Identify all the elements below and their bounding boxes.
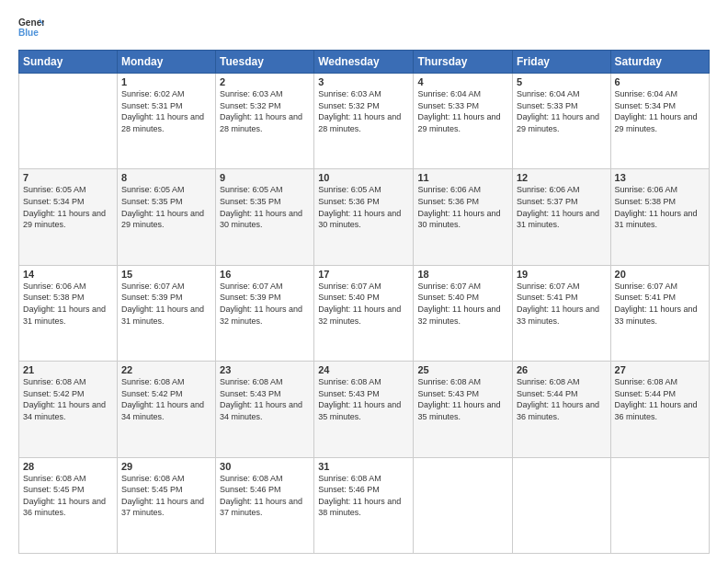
day-info: Sunrise: 6:07 AMSunset: 5:40 PMDaylight:… xyxy=(318,282,401,326)
day-number: 28 xyxy=(23,461,113,472)
weekday-header-sunday: Sunday xyxy=(19,51,118,74)
week-row-4: 21Sunrise: 6:08 AMSunset: 5:42 PMDayligh… xyxy=(19,362,710,457)
day-number: 25 xyxy=(417,364,508,375)
day-number: 26 xyxy=(517,364,607,375)
day-info: Sunrise: 6:07 AMSunset: 5:41 PMDaylight:… xyxy=(615,282,698,326)
day-cell: 20Sunrise: 6:07 AMSunset: 5:41 PMDayligh… xyxy=(610,265,709,361)
calendar-table: SundayMondayTuesdayWednesdayThursdayFrid… xyxy=(18,50,710,554)
week-row-2: 7Sunrise: 6:05 AMSunset: 5:34 PMDaylight… xyxy=(19,169,710,265)
day-info: Sunrise: 6:05 AMSunset: 5:34 PMDaylight:… xyxy=(23,185,106,229)
day-number: 31 xyxy=(318,461,409,472)
weekday-header-monday: Monday xyxy=(117,51,215,74)
day-cell: 23Sunrise: 6:08 AMSunset: 5:43 PMDayligh… xyxy=(216,362,314,457)
day-cell: 29Sunrise: 6:08 AMSunset: 5:45 PMDayligh… xyxy=(117,457,215,553)
day-cell: 19Sunrise: 6:07 AMSunset: 5:41 PMDayligh… xyxy=(512,265,610,361)
day-cell: 13Sunrise: 6:06 AMSunset: 5:38 PMDayligh… xyxy=(610,169,709,265)
day-info: Sunrise: 6:05 AMSunset: 5:36 PMDaylight:… xyxy=(318,185,401,229)
day-info: Sunrise: 6:04 AMSunset: 5:34 PMDaylight:… xyxy=(615,89,698,133)
day-number: 12 xyxy=(517,172,607,183)
day-cell: 27Sunrise: 6:08 AMSunset: 5:44 PMDayligh… xyxy=(610,362,709,457)
day-number: 24 xyxy=(318,364,409,375)
day-number: 9 xyxy=(220,172,310,183)
day-cell: 14Sunrise: 6:06 AMSunset: 5:38 PMDayligh… xyxy=(19,265,118,361)
day-info: Sunrise: 6:08 AMSunset: 5:45 PMDaylight:… xyxy=(121,474,204,518)
page: General Blue SundayMondayTuesdayWednesda… xyxy=(0,0,728,563)
day-cell: 5Sunrise: 6:04 AMSunset: 5:33 PMDaylight… xyxy=(512,74,610,169)
day-info: Sunrise: 6:04 AMSunset: 5:33 PMDaylight:… xyxy=(517,89,599,133)
day-cell: 10Sunrise: 6:05 AMSunset: 5:36 PMDayligh… xyxy=(314,169,414,265)
day-cell xyxy=(19,74,118,169)
day-cell xyxy=(610,457,709,553)
day-number: 18 xyxy=(417,269,508,280)
day-number: 29 xyxy=(121,461,211,472)
day-cell: 6Sunrise: 6:04 AMSunset: 5:34 PMDaylight… xyxy=(610,74,709,169)
day-info: Sunrise: 6:05 AMSunset: 5:35 PMDaylight:… xyxy=(220,185,302,229)
day-info: Sunrise: 6:08 AMSunset: 5:43 PMDaylight:… xyxy=(220,377,302,421)
day-number: 30 xyxy=(220,461,310,472)
day-number: 8 xyxy=(121,172,211,183)
day-number: 3 xyxy=(318,76,409,87)
day-info: Sunrise: 6:08 AMSunset: 5:46 PMDaylight:… xyxy=(220,474,302,518)
day-info: Sunrise: 6:08 AMSunset: 5:44 PMDaylight:… xyxy=(517,377,599,421)
day-number: 6 xyxy=(615,76,705,87)
day-number: 21 xyxy=(23,364,113,375)
day-cell: 11Sunrise: 6:06 AMSunset: 5:36 PMDayligh… xyxy=(414,169,513,265)
week-row-1: 1Sunrise: 6:02 AMSunset: 5:31 PMDaylight… xyxy=(19,74,710,169)
day-info: Sunrise: 6:07 AMSunset: 5:41 PMDaylight:… xyxy=(517,282,599,326)
day-info: Sunrise: 6:07 AMSunset: 5:40 PMDaylight:… xyxy=(417,282,500,326)
day-cell xyxy=(414,457,513,553)
day-info: Sunrise: 6:02 AMSunset: 5:31 PMDaylight:… xyxy=(121,89,204,133)
day-info: Sunrise: 6:06 AMSunset: 5:37 PMDaylight:… xyxy=(517,185,599,229)
day-cell xyxy=(512,457,610,553)
day-cell: 21Sunrise: 6:08 AMSunset: 5:42 PMDayligh… xyxy=(19,362,118,457)
day-cell: 17Sunrise: 6:07 AMSunset: 5:40 PMDayligh… xyxy=(314,265,414,361)
day-number: 11 xyxy=(417,172,508,183)
day-cell: 1Sunrise: 6:02 AMSunset: 5:31 PMDaylight… xyxy=(117,74,215,169)
day-cell: 25Sunrise: 6:08 AMSunset: 5:43 PMDayligh… xyxy=(414,362,513,457)
day-info: Sunrise: 6:08 AMSunset: 5:42 PMDaylight:… xyxy=(23,377,106,421)
day-info: Sunrise: 6:08 AMSunset: 5:46 PMDaylight:… xyxy=(318,474,401,518)
header: General Blue xyxy=(18,15,710,40)
day-number: 20 xyxy=(615,269,705,280)
day-info: Sunrise: 6:05 AMSunset: 5:35 PMDaylight:… xyxy=(121,185,204,229)
day-cell: 7Sunrise: 6:05 AMSunset: 5:34 PMDaylight… xyxy=(19,169,118,265)
day-info: Sunrise: 6:07 AMSunset: 5:39 PMDaylight:… xyxy=(220,282,302,326)
week-row-3: 14Sunrise: 6:06 AMSunset: 5:38 PMDayligh… xyxy=(19,265,710,361)
day-number: 7 xyxy=(23,172,113,183)
day-number: 14 xyxy=(23,269,113,280)
day-info: Sunrise: 6:06 AMSunset: 5:38 PMDaylight:… xyxy=(615,185,698,229)
day-number: 2 xyxy=(220,76,310,87)
weekday-header-wednesday: Wednesday xyxy=(314,51,414,74)
day-cell: 8Sunrise: 6:05 AMSunset: 5:35 PMDaylight… xyxy=(117,169,215,265)
day-cell: 16Sunrise: 6:07 AMSunset: 5:39 PMDayligh… xyxy=(216,265,314,361)
day-cell: 31Sunrise: 6:08 AMSunset: 5:46 PMDayligh… xyxy=(314,457,414,553)
weekday-header-saturday: Saturday xyxy=(610,51,709,74)
day-cell: 18Sunrise: 6:07 AMSunset: 5:40 PMDayligh… xyxy=(414,265,513,361)
day-cell: 9Sunrise: 6:05 AMSunset: 5:35 PMDaylight… xyxy=(216,169,314,265)
day-cell: 30Sunrise: 6:08 AMSunset: 5:46 PMDayligh… xyxy=(216,457,314,553)
day-number: 5 xyxy=(517,76,607,87)
day-cell: 26Sunrise: 6:08 AMSunset: 5:44 PMDayligh… xyxy=(512,362,610,457)
general-blue-icon: General Blue xyxy=(18,15,44,40)
weekday-header-tuesday: Tuesday xyxy=(216,51,314,74)
week-row-5: 28Sunrise: 6:08 AMSunset: 5:45 PMDayligh… xyxy=(19,457,710,553)
day-info: Sunrise: 6:08 AMSunset: 5:44 PMDaylight:… xyxy=(615,377,698,421)
svg-text:Blue: Blue xyxy=(18,28,39,38)
day-info: Sunrise: 6:06 AMSunset: 5:38 PMDaylight:… xyxy=(23,282,106,326)
day-info: Sunrise: 6:03 AMSunset: 5:32 PMDaylight:… xyxy=(318,89,401,133)
day-number: 16 xyxy=(220,269,310,280)
day-info: Sunrise: 6:06 AMSunset: 5:36 PMDaylight:… xyxy=(417,185,500,229)
day-cell: 2Sunrise: 6:03 AMSunset: 5:32 PMDaylight… xyxy=(216,74,314,169)
day-number: 23 xyxy=(220,364,310,375)
day-number: 17 xyxy=(318,269,409,280)
weekday-header-thursday: Thursday xyxy=(414,51,513,74)
day-number: 4 xyxy=(417,76,508,87)
day-cell: 3Sunrise: 6:03 AMSunset: 5:32 PMDaylight… xyxy=(314,74,414,169)
day-number: 22 xyxy=(121,364,211,375)
day-cell: 12Sunrise: 6:06 AMSunset: 5:37 PMDayligh… xyxy=(512,169,610,265)
day-number: 27 xyxy=(615,364,705,375)
day-info: Sunrise: 6:03 AMSunset: 5:32 PMDaylight:… xyxy=(220,89,302,133)
weekday-header-friday: Friday xyxy=(512,51,610,74)
day-cell: 28Sunrise: 6:08 AMSunset: 5:45 PMDayligh… xyxy=(19,457,118,553)
weekday-header-row: SundayMondayTuesdayWednesdayThursdayFrid… xyxy=(19,51,710,74)
